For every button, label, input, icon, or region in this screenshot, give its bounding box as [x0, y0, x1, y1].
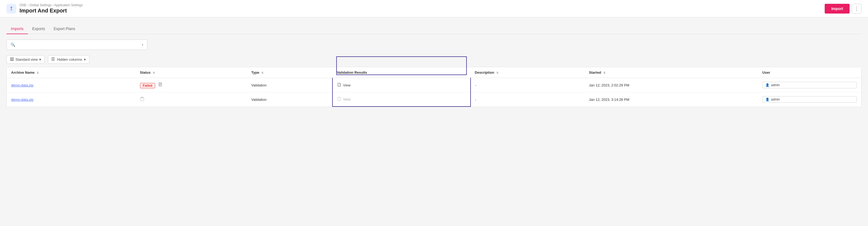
- sort-icon[interactable]: ⇅: [261, 71, 264, 74]
- import-button[interactable]: Import: [825, 4, 849, 13]
- hidden-columns-button[interactable]: Hidden columns ▾: [48, 55, 89, 64]
- status-cell: Failed: [136, 78, 247, 92]
- tab-imports[interactable]: Imports: [6, 24, 28, 34]
- archive-name-link[interactable]: demo-data.zip: [11, 83, 33, 87]
- user-cell: 👤 admin: [758, 78, 861, 92]
- archive-name-cell: demo-data.zip: [7, 78, 136, 92]
- svg-rect-0: [10, 57, 13, 58]
- doc-icon: [337, 83, 341, 88]
- chevron-down-icon2: ▾: [84, 57, 86, 61]
- header-left: ONE › Global Settings › Application Sett…: [6, 3, 83, 14]
- svg-rect-3: [52, 57, 53, 61]
- chevron-down-icon: ▾: [39, 57, 41, 61]
- user-label: admin: [771, 97, 780, 101]
- table-icon: [10, 57, 14, 62]
- user-icon: 👤: [765, 97, 770, 101]
- standard-view-button[interactable]: Standard view ▾: [6, 55, 45, 64]
- columns-icon: [52, 57, 55, 62]
- status-badge: Failed: [140, 83, 155, 88]
- sort-icon[interactable]: ⇅: [496, 71, 498, 74]
- sort-icon[interactable]: ⇅: [153, 71, 155, 74]
- svg-rect-1: [10, 59, 13, 60]
- user-label: admin: [771, 83, 780, 87]
- type-cell: Validation: [247, 78, 333, 92]
- title-block: ONE › Global Settings › Application Sett…: [20, 3, 83, 14]
- user-badge: 👤 admin: [763, 82, 857, 88]
- user-badge: 👤 admin: [763, 96, 857, 103]
- search-icon: 🔍: [10, 43, 15, 47]
- archive-name-cell: demo-data.zip: [7, 92, 136, 107]
- toolbar: Standard view ▾ Hidden columns ▾: [6, 55, 862, 64]
- validation-results-cell-1: View: [333, 78, 470, 92]
- tab-exports[interactable]: Exports: [28, 24, 49, 34]
- sort-icon[interactable]: ⇅: [36, 71, 39, 74]
- svg-rect-4: [53, 57, 55, 61]
- col-description: Description ⇅: [470, 67, 585, 78]
- tab-export-plans[interactable]: Export Plans: [49, 24, 79, 34]
- svg-rect-2: [10, 60, 13, 61]
- archive-name-link[interactable]: demo-data.zip: [11, 97, 33, 102]
- doc-icon-dimmed: [337, 97, 341, 102]
- header-right: Import ⋮: [825, 4, 862, 13]
- table-header-row: Archive Name ⇅ Status ⇅ Type ⇅ Validatio…: [7, 67, 861, 78]
- status-cell: [136, 92, 247, 107]
- table-row: demo-data.zip Validation View: [7, 92, 861, 107]
- import-export-icon: [6, 4, 16, 13]
- tabs: Imports Exports Export Plans: [6, 24, 862, 34]
- hidden-columns-label: Hidden columns: [57, 57, 82, 61]
- table-row: demo-data.zip Failed Validation: [7, 78, 861, 92]
- col-archive-name: Archive Name ⇅: [7, 67, 136, 78]
- col-validation-results: Validation Results: [333, 67, 470, 78]
- user-icon: 👤: [765, 83, 770, 87]
- started-cell: Jan 12, 2023, 2:02:29 PM: [585, 78, 758, 92]
- validation-results-cell-2: View: [333, 92, 470, 107]
- col-type: Type ⇅: [247, 67, 333, 78]
- user-cell: 👤 admin: [758, 92, 861, 107]
- description-cell: -: [470, 78, 585, 92]
- description-cell: -: [470, 92, 585, 107]
- chevron-down-icon[interactable]: ▾: [142, 44, 143, 46]
- content: Imports Exports Export Plans 🔍 ▾ Standar…: [0, 17, 868, 114]
- view-link-dimmed: View: [337, 97, 466, 102]
- col-started: Started ⇅: [585, 67, 758, 78]
- page-title: Import And Export: [20, 7, 83, 14]
- more-button[interactable]: ⋮: [852, 4, 862, 13]
- search-bar: 🔍 ▾: [6, 39, 147, 50]
- view-link[interactable]: View: [337, 83, 466, 88]
- breadcrumb: ONE › Global Settings › Application Sett…: [20, 3, 83, 7]
- document-icon[interactable]: [158, 83, 163, 87]
- header: ONE › Global Settings › Application Sett…: [0, 0, 868, 17]
- col-status: Status ⇅: [136, 67, 247, 78]
- standard-view-label: Standard view: [16, 57, 38, 61]
- col-user: User: [758, 67, 861, 78]
- loading-spinner: [140, 97, 144, 101]
- more-icon: ⋮: [854, 6, 859, 12]
- type-cell: Validation: [247, 92, 333, 107]
- started-cell: Jan 12, 2023, 3:14:28 PM: [585, 92, 758, 107]
- sort-icon[interactable]: ⇅: [603, 71, 606, 74]
- search-input[interactable]: [17, 43, 140, 47]
- data-table: Archive Name ⇅ Status ⇅ Type ⇅ Validatio…: [6, 67, 862, 107]
